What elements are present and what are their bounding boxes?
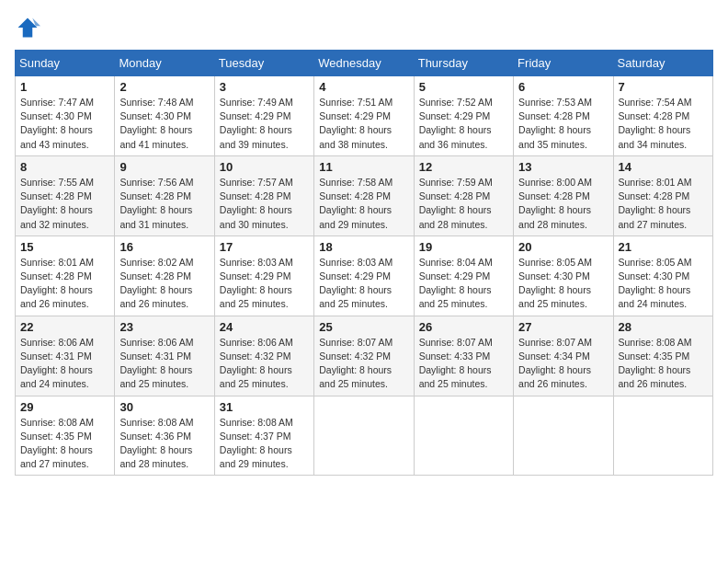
calendar-week-row: 15 Sunrise: 8:01 AMSunset: 4:28 PMDaylig… (16, 236, 713, 316)
calendar-day-cell (613, 396, 712, 476)
calendar: SundayMondayTuesdayWednesdayThursdayFrid… (15, 50, 713, 476)
day-info: Sunrise: 7:55 AMSunset: 4:28 PMDaylight:… (20, 176, 109, 232)
calendar-day-cell: 29 Sunrise: 8:08 AMSunset: 4:35 PMDaylig… (16, 396, 115, 476)
calendar-day-cell: 24 Sunrise: 8:06 AMSunset: 4:32 PMDaylig… (214, 316, 313, 396)
day-info: Sunrise: 7:54 AMSunset: 4:28 PMDaylight:… (619, 96, 708, 152)
day-number: 11 (319, 160, 408, 174)
day-info: Sunrise: 8:00 AMSunset: 4:28 PMDaylight:… (518, 176, 608, 232)
day-number: 12 (419, 160, 508, 174)
day-info: Sunrise: 7:49 AMSunset: 4:29 PMDaylight:… (220, 96, 309, 152)
calendar-day-cell: 20 Sunrise: 8:05 AMSunset: 4:30 PMDaylig… (514, 236, 613, 316)
day-number: 31 (220, 400, 309, 414)
calendar-day-cell: 21 Sunrise: 8:05 AMSunset: 4:30 PMDaylig… (613, 236, 712, 316)
day-info: Sunrise: 7:48 AMSunset: 4:30 PMDaylight:… (119, 96, 209, 152)
day-number: 9 (119, 160, 209, 174)
calendar-day-cell: 12 Sunrise: 7:59 AMSunset: 4:28 PMDaylig… (414, 155, 513, 236)
calendar-day-cell: 30 Sunrise: 8:08 AMSunset: 4:36 PMDaylig… (115, 396, 214, 476)
day-info: Sunrise: 7:58 AMSunset: 4:28 PMDaylight:… (319, 176, 408, 232)
day-info: Sunrise: 8:05 AMSunset: 4:30 PMDaylight:… (619, 256, 708, 312)
day-number: 14 (619, 160, 708, 174)
day-number: 24 (220, 320, 309, 334)
day-info: Sunrise: 8:03 AMSunset: 4:29 PMDaylight:… (319, 256, 408, 312)
day-info: Sunrise: 8:06 AMSunset: 4:31 PMDaylight:… (20, 336, 109, 392)
day-info: Sunrise: 7:47 AMSunset: 4:30 PMDaylight:… (20, 96, 109, 152)
day-info: Sunrise: 7:56 AMSunset: 4:28 PMDaylight:… (119, 176, 209, 232)
calendar-day-cell: 31 Sunrise: 8:08 AMSunset: 4:37 PMDaylig… (214, 396, 313, 476)
calendar-week-row: 1 Sunrise: 7:47 AMSunset: 4:30 PMDayligh… (16, 76, 713, 156)
day-number: 18 (319, 240, 408, 254)
calendar-body: 1 Sunrise: 7:47 AMSunset: 4:30 PMDayligh… (16, 76, 713, 476)
calendar-week-row: 22 Sunrise: 8:06 AMSunset: 4:31 PMDaylig… (16, 316, 713, 396)
day-info: Sunrise: 8:07 AMSunset: 4:33 PMDaylight:… (419, 336, 508, 392)
calendar-day-cell: 25 Sunrise: 8:07 AMSunset: 4:32 PMDaylig… (314, 316, 414, 396)
day-number: 28 (619, 320, 708, 334)
logo (15, 15, 44, 40)
day-info: Sunrise: 7:59 AMSunset: 4:28 PMDaylight:… (419, 176, 508, 232)
day-info: Sunrise: 8:07 AMSunset: 4:34 PMDaylight:… (518, 336, 608, 392)
day-number: 2 (119, 80, 209, 94)
calendar-day-cell: 9 Sunrise: 7:56 AMSunset: 4:28 PMDayligh… (115, 155, 214, 236)
logo-icon (15, 15, 40, 40)
day-number: 8 (20, 160, 109, 174)
calendar-day-header: Thursday (414, 51, 513, 76)
day-info: Sunrise: 8:08 AMSunset: 4:35 PMDaylight:… (619, 336, 708, 392)
day-info: Sunrise: 8:02 AMSunset: 4:28 PMDaylight:… (119, 256, 209, 312)
day-number: 20 (518, 240, 608, 254)
day-info: Sunrise: 7:53 AMSunset: 4:28 PMDaylight:… (518, 96, 608, 152)
calendar-week-row: 29 Sunrise: 8:08 AMSunset: 4:35 PMDaylig… (16, 396, 713, 476)
day-number: 30 (119, 400, 209, 414)
calendar-day-cell: 19 Sunrise: 8:04 AMSunset: 4:29 PMDaylig… (414, 236, 513, 316)
day-number: 3 (220, 80, 309, 94)
day-number: 29 (20, 400, 109, 414)
calendar-day-cell: 26 Sunrise: 8:07 AMSunset: 4:33 PMDaylig… (414, 316, 513, 396)
day-info: Sunrise: 7:57 AMSunset: 4:28 PMDaylight:… (220, 176, 309, 232)
calendar-day-cell (414, 396, 513, 476)
calendar-day-cell: 4 Sunrise: 7:51 AMSunset: 4:29 PMDayligh… (314, 76, 414, 156)
calendar-day-header: Tuesday (214, 51, 313, 76)
day-number: 5 (419, 80, 508, 94)
calendar-day-cell (314, 396, 414, 476)
day-info: Sunrise: 8:07 AMSunset: 4:32 PMDaylight:… (319, 336, 408, 392)
day-number: 13 (518, 160, 608, 174)
calendar-day-cell: 7 Sunrise: 7:54 AMSunset: 4:28 PMDayligh… (613, 76, 712, 156)
calendar-day-header: Wednesday (314, 51, 414, 76)
day-number: 4 (319, 80, 408, 94)
calendar-day-cell: 13 Sunrise: 8:00 AMSunset: 4:28 PMDaylig… (514, 155, 613, 236)
day-number: 22 (20, 320, 109, 334)
calendar-day-cell: 15 Sunrise: 8:01 AMSunset: 4:28 PMDaylig… (16, 236, 115, 316)
calendar-day-cell: 14 Sunrise: 8:01 AMSunset: 4:28 PMDaylig… (613, 155, 712, 236)
day-number: 27 (518, 320, 608, 334)
day-info: Sunrise: 8:08 AMSunset: 4:36 PMDaylight:… (119, 416, 209, 472)
day-number: 6 (518, 80, 608, 94)
calendar-header-row: SundayMondayTuesdayWednesdayThursdayFrid… (16, 51, 713, 76)
day-info: Sunrise: 8:08 AMSunset: 4:37 PMDaylight:… (220, 416, 309, 472)
calendar-day-cell: 10 Sunrise: 7:57 AMSunset: 4:28 PMDaylig… (214, 155, 313, 236)
page-header (15, 15, 713, 40)
calendar-day-cell: 23 Sunrise: 8:06 AMSunset: 4:31 PMDaylig… (115, 316, 214, 396)
day-number: 21 (619, 240, 708, 254)
day-number: 19 (419, 240, 508, 254)
calendar-day-cell: 16 Sunrise: 8:02 AMSunset: 4:28 PMDaylig… (115, 236, 214, 316)
calendar-day-cell: 11 Sunrise: 7:58 AMSunset: 4:28 PMDaylig… (314, 155, 414, 236)
calendar-day-cell: 1 Sunrise: 7:47 AMSunset: 4:30 PMDayligh… (16, 76, 115, 156)
day-number: 10 (220, 160, 309, 174)
calendar-day-cell: 5 Sunrise: 7:52 AMSunset: 4:29 PMDayligh… (414, 76, 513, 156)
calendar-day-cell: 6 Sunrise: 7:53 AMSunset: 4:28 PMDayligh… (514, 76, 613, 156)
calendar-day-header: Saturday (613, 51, 712, 76)
calendar-day-header: Friday (514, 51, 613, 76)
day-number: 17 (220, 240, 309, 254)
day-number: 25 (319, 320, 408, 334)
day-number: 16 (119, 240, 209, 254)
day-info: Sunrise: 8:04 AMSunset: 4:29 PMDaylight:… (419, 256, 508, 312)
day-number: 15 (20, 240, 109, 254)
day-number: 23 (119, 320, 209, 334)
calendar-day-cell: 18 Sunrise: 8:03 AMSunset: 4:29 PMDaylig… (314, 236, 414, 316)
day-info: Sunrise: 7:51 AMSunset: 4:29 PMDaylight:… (319, 96, 408, 152)
calendar-day-header: Monday (115, 51, 214, 76)
day-info: Sunrise: 8:03 AMSunset: 4:29 PMDaylight:… (220, 256, 309, 312)
day-number: 7 (619, 80, 708, 94)
calendar-day-cell: 8 Sunrise: 7:55 AMSunset: 4:28 PMDayligh… (16, 155, 115, 236)
day-info: Sunrise: 8:08 AMSunset: 4:35 PMDaylight:… (20, 416, 109, 472)
calendar-day-cell: 17 Sunrise: 8:03 AMSunset: 4:29 PMDaylig… (214, 236, 313, 316)
calendar-day-cell: 28 Sunrise: 8:08 AMSunset: 4:35 PMDaylig… (613, 316, 712, 396)
